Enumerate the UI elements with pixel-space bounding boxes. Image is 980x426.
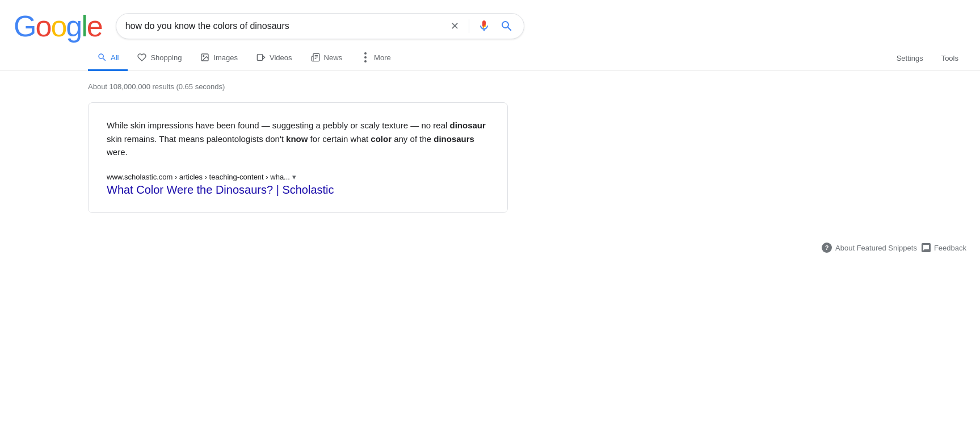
tab-more-label: More — [374, 53, 391, 62]
header: Google how do you know the colors of din… — [0, 0, 980, 43]
breadcrumb-dropdown-icon[interactable]: ▾ — [292, 173, 296, 181]
three-dots-visual — [362, 50, 369, 65]
tab-videos-label: Videos — [270, 53, 292, 62]
featured-snippet: While skin impressions have been found —… — [88, 102, 508, 213]
tab-shopping[interactable]: Shopping — [128, 45, 191, 71]
dot1 — [364, 52, 367, 55]
search-icon — [500, 19, 514, 33]
search-submit-button[interactable] — [499, 18, 515, 34]
tab-news[interactable]: News — [301, 45, 352, 71]
nav-settings-tools: Settings Tools — [889, 48, 966, 68]
footer: ? About Featured Snippets Feedback — [0, 233, 980, 262]
snippet-link-text: What Color Were the Dinosaurs? | Scholas… — [107, 183, 334, 196]
help-circle-icon: ? — [822, 243, 832, 253]
dot3 — [364, 60, 367, 62]
snippet-bold-dinosaurs: dinosaurs — [434, 134, 474, 144]
search-bar-divider — [469, 19, 469, 33]
logo-e: e — [87, 9, 102, 43]
news-icon — [310, 52, 321, 62]
search-bar: how do you know the colors of dinosaurs … — [116, 13, 524, 39]
microphone-button[interactable] — [476, 18, 492, 34]
snippet-bold-know: know — [286, 134, 308, 144]
images-icon — [200, 52, 210, 62]
snippet-text-before: While skin impressions have been found —… — [107, 120, 449, 130]
tools-button[interactable]: Tools — [933, 48, 966, 68]
tab-videos[interactable]: Videos — [247, 45, 301, 71]
tab-all[interactable]: All — [88, 45, 128, 71]
results-count: About 108,000,000 results (0.65 seconds) — [88, 82, 966, 91]
snippet-text-mid2: for certain what — [308, 134, 371, 144]
logo-g2: g — [66, 9, 81, 43]
tab-shopping-label: Shopping — [150, 53, 182, 62]
results-area: About 108,000,000 results (0.65 seconds)… — [0, 71, 980, 224]
microphone-icon — [477, 19, 491, 33]
tab-all-label: All — [111, 53, 119, 62]
shopping-icon — [137, 52, 147, 62]
search-bar-wrapper: how do you know the colors of dinosaurs … — [116, 13, 524, 39]
close-icon: ✕ — [449, 20, 461, 32]
svg-marker-3 — [263, 56, 265, 60]
snippet-text: While skin impressions have been found —… — [107, 119, 489, 159]
dot2 — [364, 56, 367, 59]
more-dots-icon — [360, 52, 371, 62]
logo-o2: o — [51, 9, 66, 43]
videos-icon — [256, 52, 266, 62]
tab-images[interactable]: Images — [191, 45, 247, 71]
settings-button[interactable]: Settings — [889, 48, 931, 68]
snippet-breadcrumb: www.scholastic.com › articles › teaching… — [107, 173, 489, 181]
nav-tabs: All Shopping Images Videos — [0, 45, 980, 71]
snippet-text-mid3: any of the — [392, 134, 434, 144]
snippet-bold-color: color — [371, 134, 392, 144]
search-input[interactable]: how do you know the colors of dinosaurs — [125, 21, 448, 31]
logo-g: G — [14, 9, 35, 43]
about-snippets[interactable]: ? About Featured Snippets — [822, 243, 917, 253]
breadcrumb-url: www.scholastic.com › articles › teaching… — [107, 173, 290, 181]
clear-button[interactable]: ✕ — [448, 19, 462, 33]
snippet-text-mid1: skin remains. That means paleontologists… — [107, 134, 286, 144]
tab-images-label: Images — [213, 53, 238, 62]
about-snippets-text: About Featured Snippets — [835, 244, 917, 252]
snippet-link[interactable]: What Color Were the Dinosaurs? | Scholas… — [107, 183, 334, 196]
svg-point-1 — [203, 56, 204, 57]
svg-rect-2 — [257, 55, 262, 61]
google-logo[interactable]: Google — [14, 9, 102, 43]
feedback-text: Feedback — [934, 244, 966, 252]
tab-news-label: News — [324, 53, 343, 62]
tab-more[interactable]: More — [351, 45, 400, 71]
feedback-button[interactable]: Feedback — [922, 243, 966, 252]
all-tab-search-icon — [97, 52, 107, 62]
feedback-icon — [922, 243, 931, 252]
logo-l: l — [81, 9, 87, 43]
snippet-text-after: were. — [107, 147, 128, 157]
logo-o1: o — [35, 9, 51, 43]
snippet-bold-dinosaur: dinosaur — [449, 120, 485, 130]
search-bar-actions: ✕ — [448, 18, 515, 34]
